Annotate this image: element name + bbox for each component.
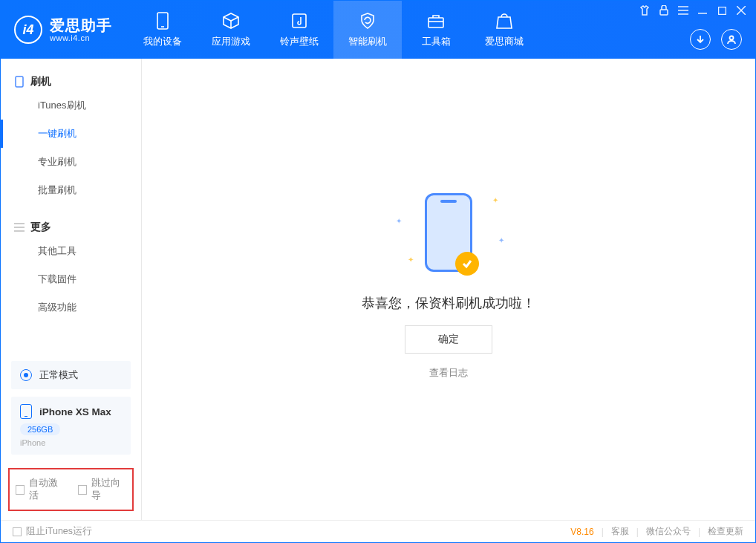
tab-store[interactable]: 爱思商城 — [470, 1, 538, 59]
checkbox-skip-guide[interactable]: 跳过向导 — [78, 477, 127, 502]
sidebar: 刷机 iTunes刷机 一键刷机 专业刷机 批量刷机 更多 其他工具 下载固件 … — [1, 59, 142, 520]
tab-my-device[interactable]: 我的设备 — [128, 1, 197, 59]
brand-subtitle: www.i4.cn — [50, 34, 112, 42]
lock-icon[interactable] — [659, 5, 669, 16]
app-window: i4 爱思助手 www.i4.cn 我的设备 应用游戏 铃声壁纸 智能刷机 — [0, 0, 756, 543]
success-illustration: ✦ ✦ ✦ ✦ — [385, 184, 512, 281]
device-panel: 正常模式 iPhone XS Max 256GB iPhone — [1, 361, 141, 462]
tab-apps[interactable]: 应用游戏 — [197, 1, 265, 59]
wechat-link[interactable]: 微信公众号 — [646, 525, 691, 538]
tab-label: 爱思商城 — [485, 35, 524, 48]
mode-label: 正常模式 — [39, 368, 78, 382]
sparkle-icon: ✦ — [498, 236, 504, 244]
svg-rect-10 — [718, 7, 726, 14]
toolbox-icon — [426, 11, 446, 30]
checkbox-label: 跳过向导 — [91, 477, 126, 502]
logo-icon: i4 — [14, 16, 42, 44]
support-link[interactable]: 客服 — [611, 525, 629, 538]
main-content: ✦ ✦ ✦ ✦ 恭喜您，保资料刷机成功啦！ 确定 查看日志 — [142, 59, 755, 520]
tab-ringtones[interactable]: 铃声壁纸 — [265, 1, 333, 59]
check-update-link[interactable]: 检查更新 — [708, 525, 743, 538]
shirt-icon[interactable] — [639, 5, 650, 16]
mode-card[interactable]: 正常模式 — [11, 361, 131, 389]
brand: i4 爱思助手 www.i4.cn — [1, 1, 128, 59]
sidebar-item-firmware[interactable]: 下载固件 — [1, 265, 141, 293]
check-badge-icon — [455, 252, 479, 276]
device-type: iPhone — [20, 438, 122, 447]
device-capacity: 256GB — [20, 423, 60, 435]
checkbox-block-itunes[interactable]: 阻止iTunes运行 — [13, 525, 92, 538]
sidebar-item-advanced[interactable]: 高级功能 — [1, 293, 141, 322]
checkbox-label: 阻止iTunes运行 — [26, 525, 92, 538]
sidebar-item-other-tools[interactable]: 其他工具 — [1, 237, 141, 265]
version-label: V8.16 — [570, 527, 593, 537]
checkbox-auto-activate[interactable]: 自动激活 — [16, 477, 65, 502]
download-button[interactable] — [690, 29, 711, 50]
tab-toolbox[interactable]: 工具箱 — [402, 1, 470, 59]
phone-icon — [20, 404, 32, 419]
phone-icon — [153, 11, 172, 30]
svg-rect-14 — [16, 77, 23, 87]
tab-flash[interactable]: 智能刷机 — [333, 1, 402, 59]
device-icon — [14, 77, 25, 87]
tab-label: 我的设备 — [143, 35, 182, 48]
list-icon — [14, 222, 25, 233]
top-tabs: 我的设备 应用游戏 铃声壁纸 智能刷机 工具箱 爱思商城 — [128, 1, 538, 59]
window-controls — [639, 5, 746, 16]
checkbox-icon — [13, 527, 22, 536]
sparkle-icon: ✦ — [396, 217, 402, 225]
sparkle-icon: ✦ — [408, 256, 414, 264]
header-actions — [690, 29, 742, 50]
sidebar-item-itunes[interactable]: iTunes刷机 — [1, 91, 141, 120]
tab-label: 工具箱 — [422, 35, 451, 48]
group-label: 刷机 — [30, 75, 51, 88]
tab-label: 智能刷机 — [348, 35, 387, 48]
svg-point-13 — [730, 36, 734, 40]
sparkle-icon: ✦ — [492, 196, 498, 204]
group-label: 更多 — [30, 221, 51, 234]
svg-rect-3 — [428, 18, 443, 27]
footer: 阻止iTunes运行 V8.16 | 客服 | 微信公众号 | 检查更新 — [1, 520, 755, 542]
body: 刷机 iTunes刷机 一键刷机 专业刷机 批量刷机 更多 其他工具 下载固件 … — [1, 59, 755, 520]
phone-graphic — [425, 193, 472, 272]
tab-label: 铃声壁纸 — [280, 35, 319, 48]
device-name: iPhone XS Max — [39, 406, 111, 417]
sidebar-group-flash: 刷机 — [1, 69, 141, 91]
success-message: 恭喜您，保资料刷机成功啦！ — [362, 294, 535, 312]
sidebar-item-oneclick[interactable]: 一键刷机 — [1, 120, 141, 148]
svg-rect-5 — [660, 10, 668, 15]
checkbox-icon — [78, 485, 87, 495]
device-card[interactable]: iPhone XS Max 256GB iPhone — [11, 397, 131, 455]
svg-rect-2 — [293, 14, 306, 27]
tab-label: 应用游戏 — [212, 35, 250, 48]
checkbox-label: 自动激活 — [29, 477, 64, 502]
shield-refresh-icon — [358, 11, 377, 30]
view-log-link[interactable]: 查看日志 — [429, 367, 468, 380]
bag-icon — [495, 11, 514, 30]
header: i4 爱思助手 www.i4.cn 我的设备 应用游戏 铃声壁纸 智能刷机 — [1, 1, 755, 59]
sidebar-item-pro[interactable]: 专业刷机 — [1, 148, 141, 176]
mode-icon — [20, 369, 32, 381]
ok-button[interactable]: 确定 — [405, 325, 492, 354]
user-button[interactable] — [721, 29, 742, 50]
cube-icon — [221, 11, 241, 30]
sidebar-item-batch[interactable]: 批量刷机 — [1, 176, 141, 204]
music-icon — [290, 11, 309, 30]
flash-options-row: 自动激活 跳过向导 — [8, 468, 134, 511]
maximize-icon[interactable] — [717, 5, 727, 16]
sidebar-group-more: 更多 — [1, 215, 141, 237]
close-icon[interactable] — [736, 5, 746, 16]
checkbox-icon — [16, 485, 25, 495]
menu-icon[interactable] — [678, 5, 688, 16]
minimize-icon[interactable] — [697, 5, 708, 16]
brand-title: 爱思助手 — [50, 18, 112, 33]
